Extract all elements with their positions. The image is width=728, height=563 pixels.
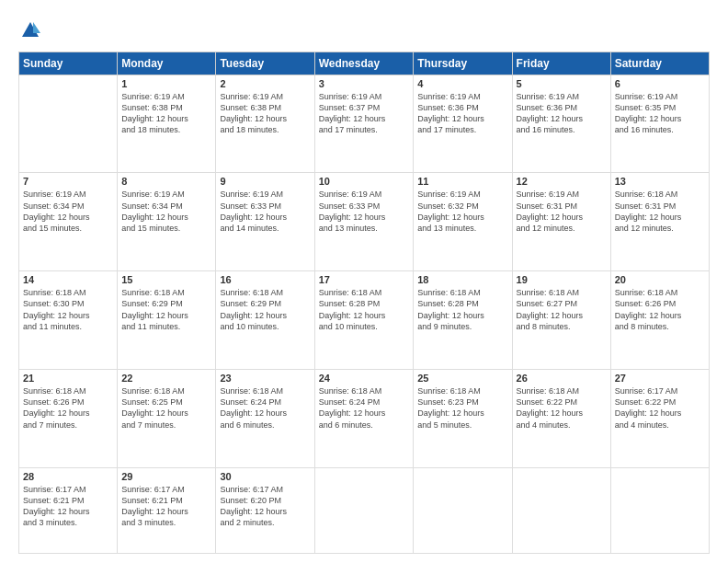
day-info: Sunrise: 6:19 AM Sunset: 6:38 PM Dayligh… (220, 91, 310, 136)
day-number: 17 (319, 274, 410, 285)
day-number: 1 (121, 78, 211, 89)
calendar-cell (512, 468, 610, 554)
calendar-cell: 10Sunrise: 6:19 AM Sunset: 6:33 PM Dayli… (314, 173, 414, 271)
calendar-cell: 21Sunrise: 6:18 AM Sunset: 6:26 PM Dayli… (19, 370, 118, 468)
calendar-cell: 28Sunrise: 6:17 AM Sunset: 6:21 PM Dayli… (19, 468, 118, 554)
day-info: Sunrise: 6:19 AM Sunset: 6:32 PM Dayligh… (417, 189, 507, 234)
day-number: 8 (121, 176, 211, 187)
day-info: Sunrise: 6:19 AM Sunset: 6:36 PM Dayligh… (517, 91, 607, 136)
day-number: 6 (615, 78, 705, 89)
calendar-cell: 12Sunrise: 6:19 AM Sunset: 6:31 PM Dayli… (512, 173, 610, 271)
day-info: Sunrise: 6:18 AM Sunset: 6:22 PM Dayligh… (517, 385, 607, 431)
day-info: Sunrise: 6:19 AM Sunset: 6:35 PM Dayligh… (615, 91, 705, 136)
day-number: 10 (319, 176, 410, 187)
calendar-cell: 15Sunrise: 6:18 AM Sunset: 6:29 PM Dayli… (118, 271, 216, 370)
day-number: 30 (220, 471, 310, 482)
day-number: 3 (319, 78, 410, 89)
weekday-tuesday: Tuesday (216, 52, 314, 75)
logo (18, 20, 40, 44)
day-info: Sunrise: 6:18 AM Sunset: 6:26 PM Dayligh… (23, 385, 113, 431)
day-number: 9 (220, 176, 310, 187)
week-row-2: 7Sunrise: 6:19 AM Sunset: 6:34 PM Daylig… (19, 173, 710, 271)
day-info: Sunrise: 6:18 AM Sunset: 6:27 PM Dayligh… (517, 287, 607, 332)
day-info: Sunrise: 6:18 AM Sunset: 6:28 PM Dayligh… (319, 287, 410, 332)
day-number: 16 (220, 274, 310, 285)
day-info: Sunrise: 6:18 AM Sunset: 6:29 PM Dayligh… (220, 287, 310, 332)
calendar-cell: 19Sunrise: 6:18 AM Sunset: 6:27 PM Dayli… (512, 271, 610, 370)
weekday-thursday: Thursday (414, 52, 512, 75)
day-info: Sunrise: 6:19 AM Sunset: 6:33 PM Dayligh… (220, 189, 310, 234)
weekday-saturday: Saturday (610, 52, 709, 75)
day-number: 25 (417, 373, 507, 384)
calendar-cell: 2Sunrise: 6:19 AM Sunset: 6:38 PM Daylig… (216, 75, 314, 173)
calendar-cell: 17Sunrise: 6:18 AM Sunset: 6:28 PM Dayli… (314, 271, 414, 370)
day-number: 29 (121, 471, 211, 482)
calendar-cell (19, 75, 118, 173)
day-info: Sunrise: 6:19 AM Sunset: 6:36 PM Dayligh… (417, 91, 507, 136)
day-info: Sunrise: 6:18 AM Sunset: 6:28 PM Dayligh… (417, 287, 507, 332)
week-row-3: 14Sunrise: 6:18 AM Sunset: 6:30 PM Dayli… (19, 271, 710, 370)
calendar-cell (314, 468, 414, 554)
calendar-cell: 27Sunrise: 6:17 AM Sunset: 6:22 PM Dayli… (610, 370, 709, 468)
calendar-cell: 16Sunrise: 6:18 AM Sunset: 6:29 PM Dayli… (216, 271, 314, 370)
day-info: Sunrise: 6:18 AM Sunset: 6:26 PM Dayligh… (615, 287, 705, 332)
day-number: 14 (23, 274, 113, 285)
logo-icon (20, 20, 40, 40)
day-number: 24 (319, 373, 410, 384)
day-info: Sunrise: 6:17 AM Sunset: 6:20 PM Dayligh… (220, 484, 310, 529)
day-number: 12 (517, 176, 607, 187)
weekday-monday: Monday (118, 52, 216, 75)
day-number: 20 (615, 274, 705, 285)
day-info: Sunrise: 6:19 AM Sunset: 6:34 PM Dayligh… (23, 189, 113, 234)
day-info: Sunrise: 6:18 AM Sunset: 6:31 PM Dayligh… (615, 189, 705, 234)
calendar-cell: 14Sunrise: 6:18 AM Sunset: 6:30 PM Dayli… (19, 271, 118, 370)
day-number: 23 (220, 373, 310, 384)
week-row-4: 21Sunrise: 6:18 AM Sunset: 6:26 PM Dayli… (19, 370, 710, 468)
day-number: 15 (121, 274, 211, 285)
calendar-table: SundayMondayTuesdayWednesdayThursdayFrid… (18, 52, 710, 555)
day-info: Sunrise: 6:19 AM Sunset: 6:38 PM Dayligh… (121, 91, 211, 136)
day-info: Sunrise: 6:19 AM Sunset: 6:33 PM Dayligh… (319, 189, 410, 234)
calendar-cell: 24Sunrise: 6:18 AM Sunset: 6:24 PM Dayli… (314, 370, 414, 468)
day-info: Sunrise: 6:19 AM Sunset: 6:37 PM Dayligh… (319, 91, 410, 136)
day-info: Sunrise: 6:17 AM Sunset: 6:22 PM Dayligh… (615, 385, 705, 431)
day-number: 18 (417, 274, 507, 285)
page: SundayMondayTuesdayWednesdayThursdayFrid… (0, 0, 728, 563)
calendar-cell: 25Sunrise: 6:18 AM Sunset: 6:23 PM Dayli… (414, 370, 512, 468)
weekday-friday: Friday (512, 52, 610, 75)
day-info: Sunrise: 6:19 AM Sunset: 6:34 PM Dayligh… (121, 189, 211, 234)
calendar-cell: 13Sunrise: 6:18 AM Sunset: 6:31 PM Dayli… (610, 173, 709, 271)
calendar-cell: 29Sunrise: 6:17 AM Sunset: 6:21 PM Dayli… (118, 468, 216, 554)
calendar-cell: 8Sunrise: 6:19 AM Sunset: 6:34 PM Daylig… (118, 173, 216, 271)
svg-marker-1 (33, 22, 40, 33)
day-number: 21 (23, 373, 113, 384)
day-info: Sunrise: 6:19 AM Sunset: 6:31 PM Dayligh… (517, 189, 607, 234)
day-number: 27 (615, 373, 705, 384)
weekday-sunday: Sunday (19, 52, 118, 75)
calendar-cell: 9Sunrise: 6:19 AM Sunset: 6:33 PM Daylig… (216, 173, 314, 271)
calendar-cell: 18Sunrise: 6:18 AM Sunset: 6:28 PM Dayli… (414, 271, 512, 370)
week-row-5: 28Sunrise: 6:17 AM Sunset: 6:21 PM Dayli… (19, 468, 710, 554)
day-number: 26 (517, 373, 607, 384)
week-row-1: 1Sunrise: 6:19 AM Sunset: 6:38 PM Daylig… (19, 75, 710, 173)
calendar-cell: 30Sunrise: 6:17 AM Sunset: 6:20 PM Dayli… (216, 468, 314, 554)
day-info: Sunrise: 6:18 AM Sunset: 6:29 PM Dayligh… (121, 287, 211, 332)
calendar-cell: 23Sunrise: 6:18 AM Sunset: 6:24 PM Dayli… (216, 370, 314, 468)
calendar-cell: 6Sunrise: 6:19 AM Sunset: 6:35 PM Daylig… (610, 75, 709, 173)
day-number: 11 (417, 176, 507, 187)
day-info: Sunrise: 6:18 AM Sunset: 6:30 PM Dayligh… (23, 287, 113, 332)
day-number: 22 (121, 373, 211, 384)
calendar-cell (414, 468, 512, 554)
day-number: 7 (23, 176, 113, 187)
calendar-cell: 11Sunrise: 6:19 AM Sunset: 6:32 PM Dayli… (414, 173, 512, 271)
day-number: 19 (517, 274, 607, 285)
weekday-wednesday: Wednesday (314, 52, 414, 75)
calendar-cell: 1Sunrise: 6:19 AM Sunset: 6:38 PM Daylig… (118, 75, 216, 173)
calendar-cell: 3Sunrise: 6:19 AM Sunset: 6:37 PM Daylig… (314, 75, 414, 173)
day-info: Sunrise: 6:18 AM Sunset: 6:24 PM Dayligh… (319, 385, 410, 431)
day-info: Sunrise: 6:17 AM Sunset: 6:21 PM Dayligh… (121, 484, 211, 529)
calendar-cell (610, 468, 709, 554)
day-info: Sunrise: 6:17 AM Sunset: 6:21 PM Dayligh… (23, 484, 113, 529)
calendar-cell: 7Sunrise: 6:19 AM Sunset: 6:34 PM Daylig… (19, 173, 118, 271)
day-number: 5 (517, 78, 607, 89)
